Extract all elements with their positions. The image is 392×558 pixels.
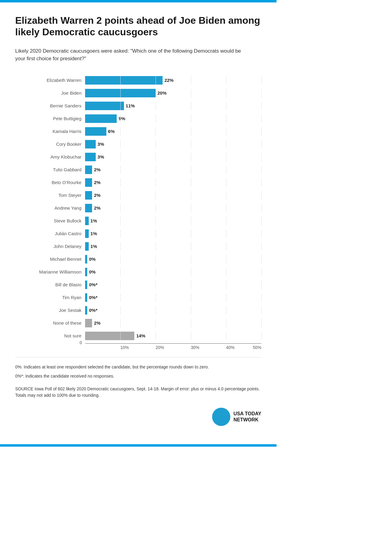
bar bbox=[85, 293, 87, 302]
bar-label: 0% bbox=[89, 269, 96, 274]
bar-container: 6% bbox=[85, 127, 261, 136]
bar-row: Julián Castro1% bbox=[15, 228, 261, 239]
bar-row: Cory Booker3% bbox=[15, 139, 261, 150]
source-text: SOURCE Iowa Poll of 602 likely 2020 Demo… bbox=[15, 386, 261, 399]
bar bbox=[85, 204, 92, 212]
bar-container: 2% bbox=[85, 166, 261, 174]
chart-area: Elizabeth Warren22%Joe Biden20%Bernie Sa… bbox=[15, 75, 261, 345]
bar-label: 2% bbox=[94, 180, 101, 185]
bar-label: 14% bbox=[136, 333, 145, 338]
bar bbox=[85, 114, 117, 123]
x-label-40: 40% bbox=[226, 345, 235, 350]
bar bbox=[85, 217, 89, 225]
bars-container: Elizabeth Warren22%Joe Biden20%Bernie Sa… bbox=[15, 75, 261, 341]
bar bbox=[85, 102, 124, 110]
bar-container: 0%* bbox=[85, 281, 261, 289]
bar-label: 0%* bbox=[89, 308, 98, 313]
bar-container: 20% bbox=[85, 89, 261, 97]
bar-container: 1% bbox=[85, 242, 261, 251]
bar bbox=[85, 268, 87, 276]
bar-container: 0%* bbox=[85, 306, 261, 315]
bar-row: Pete Buttigieg9% bbox=[15, 113, 261, 124]
bar-row: Beto O'Rourke2% bbox=[15, 177, 261, 188]
bottom-section: USA TODAY NETWORK bbox=[15, 408, 261, 429]
bar-container: 2% bbox=[85, 319, 261, 327]
candidate-label: John Delaney bbox=[15, 244, 85, 249]
bar-container: 2% bbox=[85, 191, 261, 200]
bar-container: 14% bbox=[85, 332, 261, 340]
bar-label: 20% bbox=[157, 90, 167, 96]
bar-container: 22% bbox=[85, 76, 261, 85]
bar-container: 0%* bbox=[85, 293, 261, 302]
candidate-label: Andrew Yang bbox=[15, 205, 85, 211]
bar-label: 6% bbox=[108, 129, 115, 134]
bar-row: Marianne Williamson0% bbox=[15, 267, 261, 277]
bar-row: Michael Bennet0% bbox=[15, 254, 261, 265]
bar-row: Kamala Harris6% bbox=[15, 126, 261, 137]
candidate-label: Joe Sestak bbox=[15, 308, 85, 313]
bar-container: 0% bbox=[85, 255, 261, 263]
candidate-label: Bernie Sanders bbox=[15, 103, 85, 108]
candidate-label: Julián Castro bbox=[15, 231, 85, 236]
candidate-label: Cory Booker bbox=[15, 141, 85, 147]
bar bbox=[85, 229, 89, 238]
bar bbox=[85, 319, 92, 327]
subtitle: Likely 2020 Democratic caucusgoers were … bbox=[15, 47, 252, 63]
x-label-50: 50% bbox=[253, 345, 261, 350]
bar bbox=[85, 140, 96, 148]
bar-row: Bill de Blasio0%* bbox=[15, 279, 261, 290]
bar-label: 11% bbox=[126, 103, 135, 108]
candidate-label: Not sure bbox=[15, 333, 85, 338]
bar-row: Joe Biden20% bbox=[15, 88, 261, 99]
bar-label: 1% bbox=[91, 244, 97, 249]
bar bbox=[85, 178, 92, 187]
bar-row: Not sure14% bbox=[15, 330, 261, 341]
bar-label: 9% bbox=[119, 116, 125, 121]
bar-row: Amy Klobuchar3% bbox=[15, 152, 261, 162]
candidate-label: Pete Buttigieg bbox=[15, 116, 85, 121]
bar bbox=[85, 255, 87, 263]
bar-row: Andrew Yang2% bbox=[15, 203, 261, 214]
candidate-label: Michael Bennet bbox=[15, 256, 85, 262]
bar-row: Tom Steyer2% bbox=[15, 190, 261, 201]
main-container: Elizabeth Warren 2 points ahead of Joe B… bbox=[0, 2, 277, 438]
bar bbox=[85, 191, 92, 200]
logo-circle bbox=[212, 408, 230, 426]
candidate-label: Tulsi Gabbard bbox=[15, 167, 85, 172]
footnote-2: 0%*: Indicates the candidate received no… bbox=[15, 373, 261, 379]
candidate-label: Kamala Harris bbox=[15, 129, 85, 134]
bar bbox=[85, 306, 87, 315]
logo-area: USA TODAY NETWORK bbox=[212, 408, 261, 426]
candidate-label: Bill de Blasio bbox=[15, 282, 85, 287]
footnotes: 0%: Indicates at least one respondent se… bbox=[15, 357, 261, 399]
bar bbox=[85, 89, 156, 97]
bar-container: 0% bbox=[85, 268, 261, 276]
bar-row: John Delaney1% bbox=[15, 241, 261, 252]
bar-container: 2% bbox=[85, 204, 261, 212]
bar-row: Joe Sestak0%* bbox=[15, 305, 261, 316]
bar-container: 2% bbox=[85, 178, 261, 187]
bar-label: 2% bbox=[94, 205, 101, 211]
candidate-label: Steve Bullock bbox=[15, 218, 85, 223]
bar-label: 0%* bbox=[89, 282, 98, 287]
bar-row: Bernie Sanders11% bbox=[15, 100, 261, 111]
bar-label: 1% bbox=[91, 231, 97, 236]
x-label-20: 20% bbox=[156, 345, 164, 350]
bar-row: Tulsi Gabbard2% bbox=[15, 164, 261, 175]
bar-container: 3% bbox=[85, 140, 261, 148]
candidate-label: Elizabeth Warren bbox=[15, 78, 85, 83]
bar-label: 2% bbox=[94, 193, 101, 198]
candidate-label: None of these bbox=[15, 320, 85, 326]
bar-label: 2% bbox=[94, 320, 101, 326]
bar-label: 22% bbox=[164, 78, 174, 83]
candidate-label: Joe Biden bbox=[15, 90, 85, 96]
candidate-label: Marianne Williamson bbox=[15, 269, 85, 274]
bar-label: 0% bbox=[89, 256, 96, 262]
bar bbox=[85, 127, 106, 136]
bar bbox=[85, 281, 87, 289]
logo-text: USA TODAY NETWORK bbox=[233, 411, 261, 422]
bar-label: 0%* bbox=[89, 295, 98, 300]
candidate-label: Tom Steyer bbox=[15, 193, 85, 198]
bar bbox=[85, 242, 89, 251]
x-label-10: 10% bbox=[120, 345, 129, 350]
